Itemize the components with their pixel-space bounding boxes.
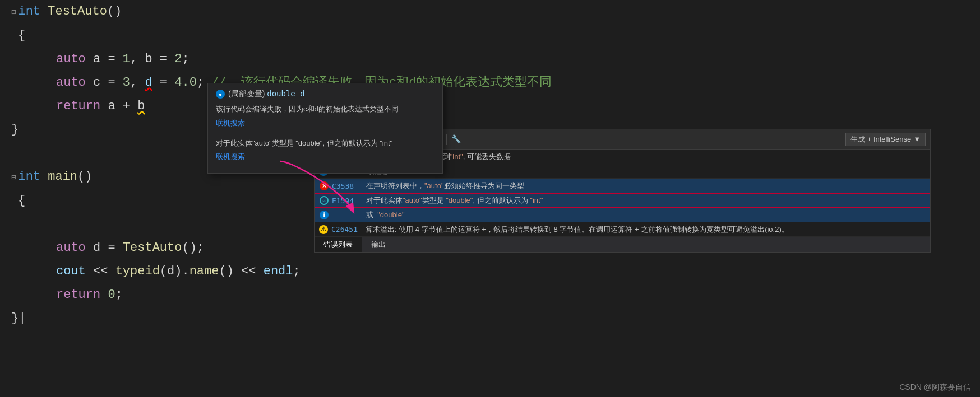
error-msg-info1: 可能是"int" — [366, 166, 926, 176]
error-msg-info2: 或 "double" — [366, 210, 925, 220]
tooltip-title: ● (局部变量) double d — [216, 89, 434, 99]
info-row-icon2: ℹ — [320, 211, 329, 219]
code-line-14: }| — [0, 307, 980, 330]
fold-icon-8[interactable]: ⊟ — [11, 166, 16, 189]
toolbar-sep — [446, 134, 447, 145]
tooltip-type-icon: ● — [216, 90, 225, 99]
code-line-1: ⊟ int TestAuto () — [0, 0, 980, 24]
warning-row-icon2: ⚠ — [319, 225, 328, 234]
error-msg-e1594: 对于此实体"auto"类型是 "double", 但之前默认示为 "int" — [366, 195, 925, 205]
code-line-4: auto c = 3 , d = 4.0 ; // 该行代码会编译失败，因为c和… — [0, 71, 980, 95]
error-msg-c3538: 在声明符列表中，"auto"必须始终推导为同一类型 — [366, 181, 925, 191]
code-line-5: return a + b — [0, 95, 980, 118]
tab-output[interactable]: 输出 — [362, 237, 395, 252]
error-row-c3538[interactable]: ✕ C3538 在声明符列表中，"auto"必须始终推导为同一类型 — [315, 179, 930, 193]
error-msg-c26451: 算术溢出: 使用 4 字节值上的运算符 +，然后将结果转换到 8 字节值。在调用… — [366, 225, 926, 235]
error-row-e1594[interactable]: ≈ E1594 对于此实体"auto"类型是 "double", 但之前默认示为… — [315, 193, 930, 208]
function-name: TestAuto — [48, 0, 107, 24]
error-code-c3538: C3538 — [332, 182, 363, 190]
tooltip-desc1: 该行代码会编译失败，因为c和d的初始化表达式类型不同 — [216, 104, 434, 115]
error-msg-c4244: "return": 从"double"转换到"int", 可能丢失数据 — [366, 152, 926, 162]
dropdown-arrow: ▼ — [913, 135, 921, 143]
error-row-c26451[interactable]: ⚠ C26451 算术溢出: 使用 4 字节值上的运算符 +，然后将结果转换到 … — [315, 222, 930, 237]
filter-icon: 🔧 — [451, 134, 461, 144]
code-line-12: cout << typeid (d). name () << endl ; — [0, 260, 980, 283]
teal-row-icon: ≈ — [320, 196, 329, 205]
code-line-13: return 0 ; — [0, 283, 980, 307]
build-dropdown[interactable]: 生成 + IntelliSense ▼ — [845, 133, 926, 146]
tooltip-code: double d — [267, 89, 304, 98]
keyword-int: int — [18, 0, 40, 24]
tooltip-link1[interactable]: 联机搜索 — [216, 118, 434, 128]
hover-tooltip: ● (局部变量) double d 该行代码会编译失败，因为c和d的初始化表达式… — [207, 83, 443, 174]
error-row-info2[interactable]: ℹ 或 "double" — [315, 208, 930, 222]
error-row-icon-c3538: ✕ — [320, 181, 329, 190]
tooltip-link2[interactable]: 联机搜索 — [216, 152, 434, 162]
tooltip-desc2: 对于此实体"auto"类型是 "double", 但之前默认示为 "int" — [216, 138, 434, 149]
keyword-int-main: int — [18, 165, 40, 189]
tooltip-label: (局部变量) double d — [228, 89, 305, 99]
svg-text:≈: ≈ — [322, 198, 326, 204]
build-label: 生成 + IntelliSense — [850, 134, 911, 144]
error-code-c26451: C26451 — [331, 225, 362, 233]
error-code-e1594: E1594 — [332, 197, 363, 205]
function-name-main: main — [48, 165, 77, 189]
code-line-3: auto a = 1 , b = 2 ; — [0, 48, 980, 71]
error-panel-tabs: 错误列表 输出 — [315, 237, 930, 252]
tooltip-divider — [216, 133, 434, 133]
tab-error-list[interactable]: 错误列表 — [315, 237, 362, 252]
fold-icon-1[interactable]: ⊟ — [11, 1, 16, 24]
watermark: CSDN @阿森要自信 — [899, 382, 971, 393]
code-line-2: { — [0, 24, 980, 48]
